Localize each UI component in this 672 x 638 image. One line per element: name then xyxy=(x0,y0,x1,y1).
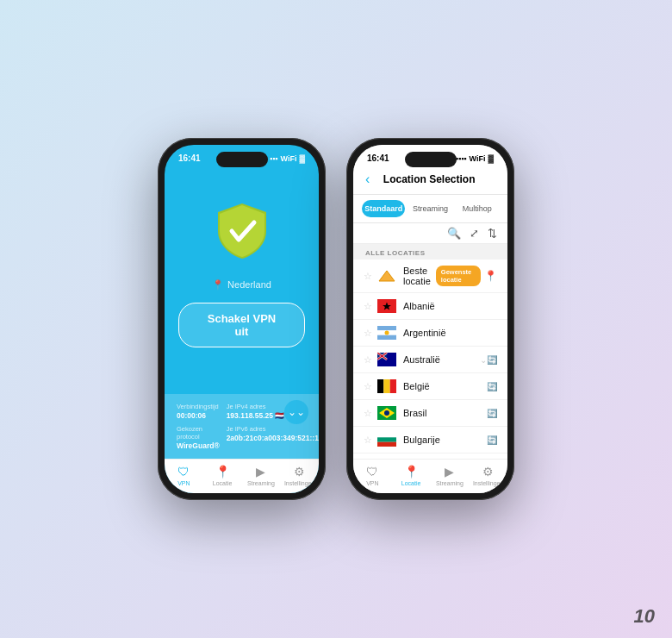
nav-label-locatie-1: Locatie xyxy=(213,480,233,486)
speed-icon-bulgarije: 🔄 xyxy=(487,435,497,445)
phone2-screen: 16:41 ▪▪▪▪ WiFi ▓ ‹ Location Selection S… xyxy=(353,145,507,493)
svg-rect-4 xyxy=(377,326,396,330)
location-name-argentinie: Argentinië xyxy=(403,328,497,338)
stat-label-ipv4: Je IPv4 adres xyxy=(227,403,319,410)
nav-label-streaming-1: Streaming xyxy=(247,480,275,486)
stat-label-ipv6: Je IPv6 adres xyxy=(227,425,319,433)
phones-container: 16:41 ▪▪▪ WiFi ▓ � xyxy=(158,138,514,500)
stat-protocol: Gekozen protocol WireGuard® xyxy=(177,425,220,450)
svg-point-19 xyxy=(384,410,389,416)
tab-multihop[interactable]: Multihop xyxy=(456,200,499,217)
instellingen-nav-icon-1: ⚙ xyxy=(294,465,305,478)
schakel-vpn-button[interactable]: Schakel VPN uit xyxy=(178,303,305,347)
locatie-nav-icon-1: 📍 xyxy=(215,465,230,478)
time-1: 16:41 xyxy=(178,153,201,163)
vpn-shield-icon xyxy=(208,197,277,266)
star-icon-5[interactable]: ☆ xyxy=(364,408,372,419)
flag-belgie xyxy=(377,379,396,393)
wifi-icon: WiFi xyxy=(281,154,297,163)
sort-icon[interactable]: ⇅ xyxy=(488,227,497,240)
flag-albanie xyxy=(377,299,396,313)
time-2: 16:41 xyxy=(367,153,389,163)
watermark: 10 xyxy=(634,605,655,628)
svg-rect-20 xyxy=(377,433,396,437)
star-icon-1[interactable]: ☆ xyxy=(364,301,372,312)
tab-streaming[interactable]: Streaming xyxy=(408,200,451,217)
phone-vpn: 16:41 ▪▪▪ WiFi ▓ � xyxy=(158,138,326,500)
status-icons-2: ▪▪▪▪ WiFi ▓ xyxy=(456,154,494,163)
flag-australie xyxy=(377,353,396,366)
nav-instellingen-1[interactable]: ⚙ Instellingen xyxy=(280,465,319,486)
phone-location: 16:41 ▪▪▪▪ WiFi ▓ ‹ Location Selection S… xyxy=(346,138,514,500)
location-header: ‹ Location Selection xyxy=(353,166,507,195)
speed-icon-brasil: 🔄 xyxy=(487,409,497,418)
svg-point-7 xyxy=(385,331,389,335)
list-item[interactable]: ☆ Argentinië xyxy=(353,320,507,347)
nav-label-locatie-2: Locatie xyxy=(401,480,421,486)
wifi-icon-2: WiFi xyxy=(470,154,486,163)
nl-flag-icon: 🇳🇱 xyxy=(275,411,284,420)
location-title: Location Selection xyxy=(376,173,482,185)
location-name-1: Nederland xyxy=(227,279,271,290)
nav-label-streaming-2: Streaming xyxy=(436,480,464,486)
tab-standaard[interactable]: Standaard xyxy=(362,200,405,217)
phone1-screen: 16:41 ▪▪▪ WiFi ▓ � xyxy=(165,145,319,493)
stat-label-protocol: Gekozen protocol xyxy=(177,425,220,441)
star-icon-3[interactable]: ☆ xyxy=(364,354,372,366)
location-name-belgie: België xyxy=(403,381,487,391)
stat-ipv6: Je IPv6 adres 2a0b:21c0:a003:349:521::1 xyxy=(227,425,319,450)
stat-value-protocol: WireGuard® xyxy=(177,441,220,450)
vpn-nav-icon: 🛡 xyxy=(177,465,190,478)
svg-rect-16 xyxy=(390,379,396,393)
speed-icon-australie: 🔄 xyxy=(487,355,497,365)
nav-locatie-2[interactable]: 📍 Locatie xyxy=(392,465,431,486)
nav-streaming-2[interactable]: ▶ Streaming xyxy=(431,465,470,486)
search-row: 🔍 ⤢ ⇅ xyxy=(353,223,507,244)
stat-verbindingstijd: Verbindingstijd 00:00:06 xyxy=(177,403,220,420)
bottom-nav-2: 🛡 VPN 📍 Locatie ▶ Streaming ⚙ Instelling… xyxy=(353,459,507,493)
battery-icon: ▓ xyxy=(299,154,305,163)
location-list: ☆ Beste locatie Gewenste locatie 📍 xyxy=(353,260,507,459)
flag-argentinie xyxy=(377,326,396,340)
nav-vpn-1[interactable]: 🛡 VPN xyxy=(165,465,203,486)
list-item[interactable]: ☆ België 🔄 xyxy=(353,373,507,400)
star-icon-2[interactable]: ☆ xyxy=(364,328,372,339)
list-item[interactable]: ☆ Brasil 🔄 xyxy=(353,400,507,427)
svg-rect-15 xyxy=(383,379,389,393)
flag-brasil xyxy=(377,406,396,420)
streaming-nav-icon-1: ▶ xyxy=(256,465,265,478)
signal-icon-2: ▪▪▪▪ xyxy=(456,154,467,163)
star-icon-4[interactable]: ☆ xyxy=(364,381,372,392)
list-item[interactable]: ☆ Bulgarije 🔄 xyxy=(353,427,507,453)
svg-rect-6 xyxy=(377,335,396,340)
dynamic-island-1 xyxy=(216,152,268,167)
nav-vpn-2[interactable]: 🛡 VPN xyxy=(353,465,392,486)
search-icon[interactable]: 🔍 xyxy=(447,227,461,240)
star-icon-6[interactable]: ☆ xyxy=(364,435,372,446)
back-button[interactable]: ‹ xyxy=(365,172,370,187)
nav-instellingen-2[interactable]: ⚙ Instellingen xyxy=(469,465,507,486)
flag-bulgarije xyxy=(377,433,396,447)
nav-label-instellingen-2: Instellingen xyxy=(473,480,503,486)
svg-rect-14 xyxy=(377,379,383,393)
filter-icon[interactable]: ⤢ xyxy=(470,227,479,240)
svg-marker-0 xyxy=(379,271,395,281)
nav-label-vpn-1: VPN xyxy=(177,480,190,486)
nav-locatie-1[interactable]: 📍 Locatie xyxy=(203,465,242,486)
section-label-alle: ALLE LOCATIES xyxy=(353,244,507,260)
list-item[interactable]: ☆ Australië ⌄ xyxy=(353,347,507,373)
dynamic-island-2 xyxy=(405,152,457,167)
location-name-australie: Australië xyxy=(403,354,476,365)
star-icon-0[interactable]: ☆ xyxy=(364,271,372,282)
nav-label-vpn-2: VPN xyxy=(366,480,378,486)
signal-icon: ▪▪▪ xyxy=(270,154,278,163)
nav-streaming-1[interactable]: ▶ Streaming xyxy=(242,465,281,486)
locatie-nav-icon-2: 📍 xyxy=(404,465,419,478)
stat-value-verbindingstijd: 00:00:06 xyxy=(177,411,220,420)
instellingen-nav-icon-2: ⚙ xyxy=(482,465,494,478)
list-item[interactable]: ☆ Albanië xyxy=(353,293,507,320)
battery-icon-2: ▓ xyxy=(488,154,494,163)
flag-beste xyxy=(377,269,396,283)
list-item[interactable]: ☆ Beste locatie Gewenste locatie 📍 xyxy=(353,260,507,293)
stat-label-verbindingstijd: Verbindingstijd xyxy=(177,403,220,410)
